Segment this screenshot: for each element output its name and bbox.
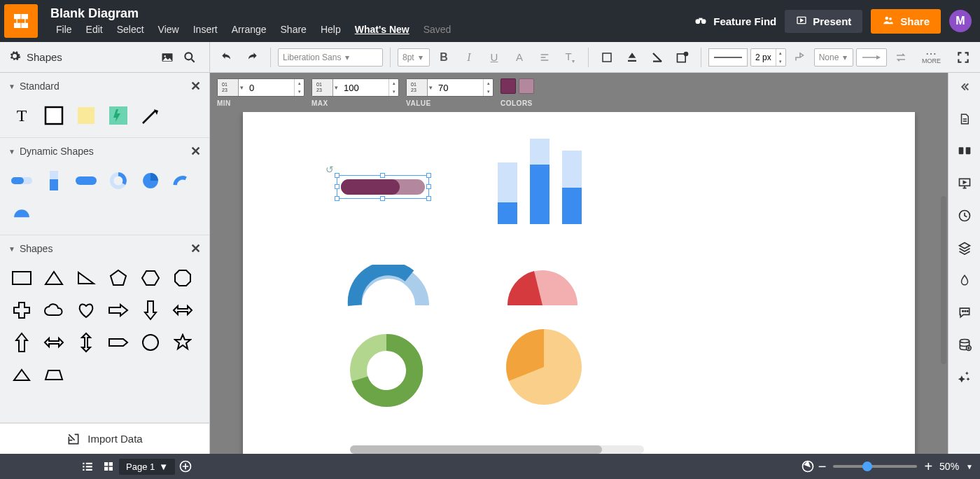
line-route-button[interactable] bbox=[790, 48, 810, 67]
shapes-section-header[interactable]: ▼ Shapes ✕ bbox=[0, 235, 209, 262]
menu-edit[interactable]: Edit bbox=[80, 22, 108, 36]
add-page-button[interactable] bbox=[175, 456, 196, 477]
underline-button[interactable]: U bbox=[484, 48, 504, 67]
circle-shape[interactable] bbox=[139, 331, 162, 354]
fullscreen-button[interactable] bbox=[953, 48, 973, 67]
flag-shape[interactable] bbox=[106, 331, 130, 354]
align-button[interactable] bbox=[535, 48, 554, 67]
menu-select[interactable]: Select bbox=[111, 22, 150, 36]
bar-chart-shape[interactable] bbox=[498, 139, 582, 224]
page-select[interactable]: Page 1▼ bbox=[119, 459, 175, 475]
rectangle-shape[interactable] bbox=[10, 266, 34, 290]
zoom-level[interactable]: 50% bbox=[939, 461, 959, 472]
gauge-shape[interactable] bbox=[500, 265, 584, 310]
text-color-button[interactable]: A bbox=[510, 48, 529, 67]
star-shape[interactable] bbox=[171, 331, 195, 354]
standard-section-header[interactable]: ▼ Standard ✕ bbox=[0, 73, 209, 99]
document-icon[interactable] bbox=[955, 109, 974, 129]
max-input[interactable]: 0123▾ ▴▾ bbox=[312, 78, 399, 97]
octagon-shape[interactable] bbox=[171, 266, 195, 290]
cross-shape[interactable] bbox=[10, 298, 34, 322]
right-triangle-shape[interactable] bbox=[74, 266, 98, 290]
collapse-icon[interactable] bbox=[955, 77, 974, 97]
zoom-in-button[interactable]: + bbox=[924, 459, 932, 475]
comment-icon[interactable] bbox=[955, 141, 974, 161]
shape-options-button[interactable] bbox=[673, 48, 692, 67]
arc-shape[interactable] bbox=[171, 169, 195, 193]
line-style-select[interactable] bbox=[708, 48, 748, 67]
menu-arrange[interactable]: Arrange bbox=[226, 22, 272, 36]
history-icon[interactable] bbox=[955, 206, 974, 225]
list-view-button[interactable] bbox=[77, 456, 98, 477]
heart-shape[interactable] bbox=[74, 298, 98, 322]
border-button[interactable] bbox=[648, 48, 667, 67]
endpoint-select[interactable]: None bbox=[814, 48, 853, 67]
donut-shape[interactable] bbox=[348, 332, 425, 412]
rotate-handle-icon[interactable]: ↺ bbox=[326, 164, 334, 175]
hotspot-shape[interactable] bbox=[106, 104, 130, 127]
bold-button[interactable]: B bbox=[434, 48, 454, 67]
note-shape[interactable] bbox=[74, 104, 98, 127]
redo-button[interactable] bbox=[242, 48, 262, 67]
selected-progress-bar[interactable]: ↺ bbox=[341, 179, 425, 195]
gear-icon[interactable] bbox=[8, 50, 21, 65]
line-shape[interactable] bbox=[139, 104, 162, 127]
document-title[interactable]: Blank Diagram bbox=[50, 6, 456, 21]
italic-button[interactable]: I bbox=[459, 48, 479, 67]
arc-shape[interactable] bbox=[346, 265, 430, 312]
pie-shape[interactable] bbox=[139, 169, 162, 193]
min-input[interactable]: 0123▾ ▴▾ bbox=[217, 78, 304, 97]
arrow-style-select[interactable] bbox=[856, 48, 887, 67]
chat-icon[interactable] bbox=[955, 303, 974, 322]
undo-button[interactable] bbox=[217, 48, 237, 67]
horizontal-scrollbar[interactable] bbox=[350, 445, 644, 454]
color-swatch-primary[interactable] bbox=[500, 78, 516, 94]
magic-icon[interactable] bbox=[955, 367, 974, 387]
layers-icon[interactable] bbox=[955, 238, 974, 258]
color-swatches[interactable] bbox=[500, 78, 534, 97]
text-shape[interactable]: T bbox=[10, 104, 34, 127]
single-bar-shape[interactable] bbox=[42, 169, 66, 193]
more-button[interactable]: ⋯MORE bbox=[922, 50, 945, 64]
line-color-button[interactable] bbox=[622, 48, 642, 67]
search-icon[interactable] bbox=[180, 48, 200, 67]
pentagon-shape[interactable] bbox=[106, 266, 130, 290]
pill-shape[interactable] bbox=[74, 169, 98, 193]
app-logo[interactable] bbox=[4, 4, 38, 38]
up-triangle-shape[interactable] bbox=[10, 363, 34, 387]
present-button[interactable]: Present bbox=[785, 10, 862, 33]
dynamic-section-header[interactable]: ▼ Dynamic Shapes ✕ bbox=[0, 138, 209, 165]
value-input[interactable]: 0123▾ ▴▾ bbox=[406, 78, 493, 97]
hexagon-shape[interactable] bbox=[139, 266, 162, 290]
menu-view[interactable]: View bbox=[153, 22, 185, 36]
font-size-select[interactable]: 8pt bbox=[398, 48, 430, 67]
down-arrow-shape[interactable] bbox=[139, 298, 162, 322]
menu-whats-new[interactable]: What's New bbox=[349, 22, 415, 36]
navigator-button[interactable] bbox=[797, 456, 818, 477]
menu-share[interactable]: Share bbox=[275, 22, 312, 36]
text-options-button[interactable]: T▾ bbox=[560, 48, 580, 67]
trapezoid-shape[interactable] bbox=[42, 363, 66, 387]
double-arrow-h-shape[interactable] bbox=[171, 298, 195, 322]
up-arrow-shape[interactable] bbox=[10, 331, 34, 354]
share-button[interactable]: Share bbox=[871, 9, 941, 34]
data-icon[interactable] bbox=[955, 335, 974, 354]
vertical-scrollbar[interactable] bbox=[941, 196, 946, 364]
triangle-shape[interactable] bbox=[42, 266, 66, 290]
image-icon[interactable] bbox=[158, 48, 177, 67]
donut-shape[interactable] bbox=[106, 169, 130, 193]
close-icon[interactable]: ✕ bbox=[190, 78, 201, 94]
zoom-slider[interactable] bbox=[833, 465, 917, 468]
right-arrow-shape[interactable] bbox=[106, 298, 130, 322]
grid-view-button[interactable] bbox=[98, 456, 119, 477]
theme-icon[interactable] bbox=[955, 270, 974, 290]
close-icon[interactable]: ✕ bbox=[190, 241, 201, 256]
import-data-button[interactable]: Import Data bbox=[0, 423, 209, 454]
progress-bar-shape[interactable] bbox=[10, 169, 34, 193]
block-shape[interactable] bbox=[42, 104, 66, 127]
cloud-shape[interactable] bbox=[42, 298, 66, 322]
zoom-out-button[interactable]: − bbox=[818, 459, 827, 475]
present-panel-icon[interactable] bbox=[955, 174, 974, 193]
gauge-shape[interactable] bbox=[10, 201, 34, 225]
pie-shape[interactable] bbox=[502, 325, 586, 412]
